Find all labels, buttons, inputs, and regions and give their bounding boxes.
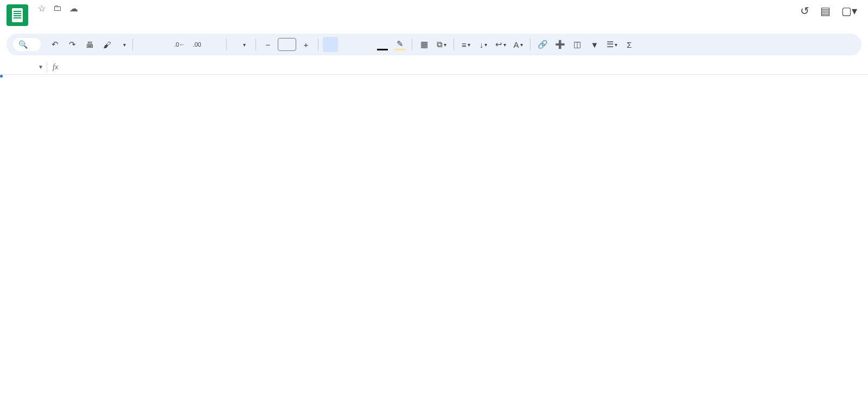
percent-button[interactable]: [155, 37, 170, 52]
increase-decimal-button[interactable]: .00: [189, 37, 205, 52]
history-icon[interactable]: ↺: [800, 4, 809, 17]
menu-search[interactable]: 🔍: [13, 38, 41, 51]
formula-bar: ▼ fx: [0, 60, 868, 75]
cloud-icon[interactable]: ☁: [69, 3, 78, 14]
font-size-increase[interactable]: +: [298, 37, 314, 52]
move-icon[interactable]: 🗀: [53, 3, 62, 14]
strike-button[interactable]: [358, 37, 373, 52]
sheets-logo[interactable]: [7, 4, 28, 26]
decrease-decimal-button[interactable]: .0←: [172, 37, 187, 52]
undo-button[interactable]: ↶: [47, 37, 62, 52]
font-selector[interactable]: [231, 42, 251, 48]
menu-extensions[interactable]: [93, 15, 101, 19]
toolbar: 🔍 ↶ ↷ 🖶 🖌 .0← .00 − + ✎ ▦ ⧉ ≡ ↓ ↩ A 🔗 ➕ …: [7, 34, 861, 55]
print-button[interactable]: 🖶: [82, 37, 97, 52]
filter-views-button[interactable]: ☰: [604, 37, 620, 52]
fill-color-button[interactable]: ✎: [392, 37, 407, 52]
italic-button[interactable]: [340, 37, 355, 52]
merge-button[interactable]: ⧉: [434, 37, 449, 52]
star-icon[interactable]: ☆: [38, 3, 46, 14]
menu-data[interactable]: [76, 15, 84, 19]
wrap-button[interactable]: ↩: [493, 37, 508, 52]
rotate-button[interactable]: A: [510, 37, 526, 52]
paint-format-button[interactable]: 🖌: [99, 37, 114, 52]
halign-button[interactable]: ≡: [458, 37, 474, 52]
menu-file[interactable]: [33, 15, 40, 19]
menu-bar: [33, 15, 800, 19]
functions-button[interactable]: Σ: [622, 37, 637, 52]
comments-icon[interactable]: ▤: [820, 4, 831, 17]
menu-insert[interactable]: [59, 15, 66, 19]
zoom-selector[interactable]: [117, 42, 128, 48]
name-box[interactable]: ▼: [0, 64, 47, 70]
text-color-button[interactable]: [375, 37, 390, 52]
link-button[interactable]: 🔗: [535, 37, 550, 52]
valign-button[interactable]: ↓: [476, 37, 491, 52]
comment-button[interactable]: ➕: [552, 37, 567, 52]
font-size-input[interactable]: [278, 38, 296, 51]
redo-button[interactable]: ↷: [65, 37, 80, 52]
spreadsheet-grid[interactable]: [0, 75, 868, 411]
menu-tools[interactable]: [85, 15, 92, 19]
font-size-decrease[interactable]: −: [260, 37, 276, 52]
title-bar: ☆ 🗀 ☁ ↺ ▤ ▢▾: [0, 0, 868, 31]
more-formats-button[interactable]: [207, 37, 222, 52]
search-icon: 🔍: [18, 40, 28, 49]
borders-button[interactable]: ▦: [417, 37, 432, 52]
menu-format[interactable]: [67, 15, 75, 19]
currency-button[interactable]: [137, 37, 152, 52]
bold-button[interactable]: [323, 37, 338, 52]
meet-icon[interactable]: ▢▾: [841, 4, 857, 17]
menu-edit[interactable]: [41, 15, 49, 19]
selection-outline: [0, 75, 2, 77]
menu-view[interactable]: [50, 15, 58, 19]
fx-icon: fx: [47, 63, 63, 72]
filter-button[interactable]: ▼: [587, 37, 602, 52]
menu-help[interactable]: [102, 15, 110, 19]
chart-button[interactable]: ◫: [570, 37, 585, 52]
